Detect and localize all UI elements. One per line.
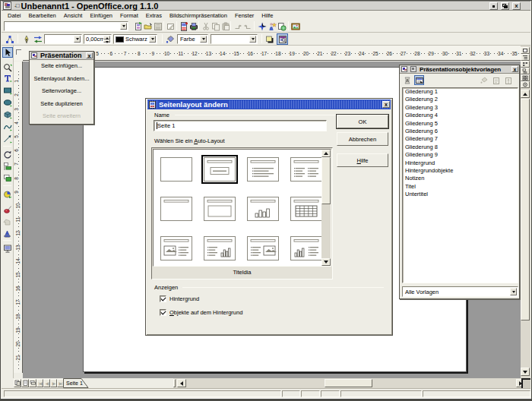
background-checkbox[interactable]: Hintergrund: [160, 295, 199, 302]
stylist-filter-arrow-icon[interactable]: [510, 288, 517, 295]
url-combobox[interactable]: [4, 21, 128, 31]
window-menu-icon[interactable]: -□: [14, 2, 19, 9]
new-document-button[interactable]: [133, 21, 143, 31]
line-style-arrow-icon[interactable]: [74, 36, 81, 43]
stylist-button[interactable]: [267, 21, 277, 31]
tool-zoom-button[interactable]: [2, 62, 13, 73]
presentation-panel-titlebar[interactable]: Präsentation x: [30, 52, 93, 60]
panel-item-0[interactable]: Seite einfügen...: [30, 60, 93, 73]
outline-view-button[interactable]: [521, 54, 530, 61]
layout-scrollbar[interactable]: [321, 150, 331, 266]
previous-page-button[interactable]: ◀: [43, 379, 50, 387]
horizontal-ruler[interactable]: 1234567891011121314151617181920212223242…: [23, 46, 522, 61]
layout-option-title-sub[interactable]: [204, 157, 236, 182]
style-item[interactable]: Hintergrund: [403, 159, 518, 167]
horizontal-scroll-thumb[interactable]: [325, 379, 372, 387]
slide-tab[interactable]: Seite 1: [63, 378, 89, 388]
shadow-button[interactable]: [264, 34, 274, 44]
layout-option-title-text-chart[interactable]: [204, 236, 236, 260]
scroll-down-icon[interactable]: [521, 368, 530, 376]
menu-einfgen[interactable]: Einfügen: [86, 11, 116, 20]
vertical-ruler[interactable]: 123456789101112131415161718192021: [14, 62, 23, 373]
vertical-scroll-thumb[interactable]: [521, 99, 530, 320]
tool-ellipse-button[interactable]: [2, 97, 13, 108]
style-item[interactable]: Gliederung 2: [403, 96, 518, 103]
menu-fenster[interactable]: Fenster: [231, 11, 258, 20]
layout-option-title-chart[interactable]: [247, 197, 279, 221]
line-width-spinner[interactable]: 0,00cm: [84, 34, 112, 44]
layout-option-title-img-text[interactable]: [160, 236, 192, 260]
url-dropdown-icon[interactable]: [120, 23, 127, 30]
tool-interaction-button[interactable]: [2, 216, 13, 227]
stylist-style-list[interactable]: Gliederung 1Gliederung 2Gliederung 3Glie…: [402, 87, 518, 283]
menu-hilfe[interactable]: Hilfe: [258, 11, 277, 20]
fill-format-mode-button[interactable]: [479, 75, 489, 85]
navigator-button[interactable]: [257, 21, 267, 31]
drawing-view-button[interactable]: [521, 47, 530, 54]
background-checkbox-box[interactable]: [160, 295, 166, 302]
close-button[interactable]: x: [512, 2, 521, 10]
dialog-close-icon[interactable]: x: [382, 101, 390, 108]
cut-button[interactable]: [201, 21, 211, 31]
tool-curve-button[interactable]: [2, 122, 13, 132]
redo-button[interactable]: [242, 21, 252, 31]
fill-color-select[interactable]: [211, 34, 258, 44]
line-color-select[interactable]: Schwarz: [113, 34, 157, 44]
style-item[interactable]: Notizen: [403, 175, 518, 182]
handout-view-button[interactable]: [521, 74, 530, 81]
menu-ansicht[interactable]: Ansicht: [60, 11, 87, 20]
menu-bildschirmprsentation[interactable]: Bildschirmpräsentation: [166, 11, 231, 20]
next-page-button[interactable]: ▶: [50, 379, 57, 387]
style-item[interactable]: Gliederung 9: [403, 151, 518, 159]
background-objects-checkbox-box[interactable]: [160, 309, 166, 316]
gallery-button[interactable]: [290, 21, 300, 31]
vertical-scrollbar[interactable]: [521, 46, 530, 378]
tool-align-button[interactable]: [2, 161, 13, 172]
scroll-up-icon[interactable]: [521, 90, 530, 98]
layout-scroll-up-icon[interactable]: [321, 150, 331, 157]
slide-view-button[interactable]: [521, 61, 530, 68]
layout-option-title-text-img[interactable]: [247, 236, 279, 260]
panel-item-2[interactable]: Seitenvorlage...: [30, 85, 93, 98]
first-page-button[interactable]: |◀: [36, 379, 43, 387]
style-item[interactable]: Gliederung 8: [403, 144, 518, 151]
style-item[interactable]: Gliederung 3: [403, 104, 518, 112]
open-button[interactable]: [143, 21, 153, 31]
save-button[interactable]: [153, 21, 163, 31]
line-style-select[interactable]: [44, 34, 82, 44]
layout-option-title-chart-text[interactable]: [290, 236, 322, 260]
tool-presentation-button[interactable]: [2, 243, 13, 254]
fill-style-select[interactable]: Farbe: [177, 34, 208, 44]
hyperlink-button[interactable]: [277, 21, 287, 31]
layout-option-title-table[interactable]: [290, 197, 322, 221]
new-style-from-selection-button[interactable]: [491, 75, 501, 85]
preview-button[interactable]: [277, 33, 288, 45]
style-item[interactable]: Gliederung 6: [403, 128, 518, 135]
paste-button[interactable]: [220, 21, 230, 31]
background-objects-checkbox[interactable]: Objekte auf dem Hintergrund: [160, 309, 242, 316]
stylist-titlebar[interactable]: Präsentationsobjektvorlagen x: [400, 65, 519, 74]
fill-style-arrow-icon[interactable]: [200, 36, 207, 43]
edit-file-button[interactable]: [166, 21, 176, 31]
style-item[interactable]: Gliederung 5: [403, 120, 518, 128]
cancel-button[interactable]: Abbrechen: [337, 132, 388, 146]
panel-item-3[interactable]: Seite duplizieren: [30, 98, 93, 111]
layout-option-title-2col[interactable]: [290, 157, 322, 182]
tool-insert-button[interactable]: [2, 189, 13, 200]
page-mode-button[interactable]: [14, 379, 21, 387]
ok-button[interactable]: OK: [337, 115, 388, 128]
presentation-panel-close-icon[interactable]: x: [86, 52, 93, 58]
tool-rotate-button[interactable]: [2, 150, 13, 160]
help-button[interactable]: Hilfe: [337, 153, 388, 167]
layout-option-title-box[interactable]: [204, 197, 236, 221]
layout-option-title-only[interactable]: [160, 197, 192, 221]
layout-scroll-down-icon[interactable]: [321, 258, 331, 266]
style-item[interactable]: Hintergrundobjekte: [403, 167, 518, 175]
style-item[interactable]: Gliederung 7: [403, 135, 518, 143]
maximize-button[interactable]: [501, 2, 509, 10]
style-item[interactable]: Titel: [403, 183, 518, 191]
menu-extras[interactable]: Extras: [142, 11, 166, 20]
tool-text-button[interactable]: [2, 73, 13, 84]
layout-option-blank[interactable]: [160, 157, 192, 182]
menu-datei[interactable]: Datei: [4, 11, 25, 20]
